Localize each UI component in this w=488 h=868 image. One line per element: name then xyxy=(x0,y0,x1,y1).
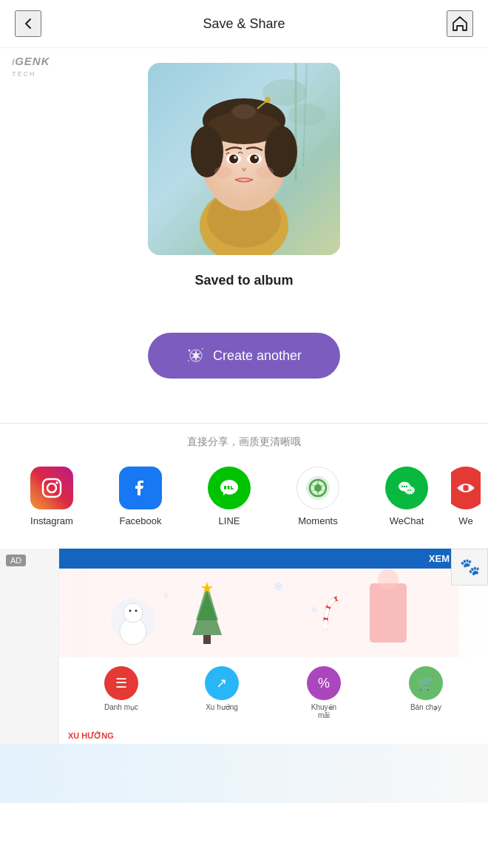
svg-point-4 xyxy=(288,104,325,126)
create-icon xyxy=(186,346,206,365)
ad-badge: AD xyxy=(6,555,26,566)
social-item-line[interactable]: LINE xyxy=(185,467,274,526)
social-item-more[interactable]: We xyxy=(451,467,481,526)
svg-text:❄: ❄ xyxy=(274,580,283,593)
ad-trending-label: Xu hướng xyxy=(206,703,238,711)
main-content: Saved to album Create another 直接分享，画质更清晰… xyxy=(0,48,488,803)
social-item-wechat[interactable]: WeChat xyxy=(362,467,451,526)
instagram-label: Instagram xyxy=(30,515,73,526)
ad-promo-icon: % xyxy=(307,666,341,700)
svg-point-27 xyxy=(188,360,189,362)
svg-point-21 xyxy=(232,104,256,119)
svg-point-23 xyxy=(265,97,271,103)
ad-left-strip xyxy=(0,549,59,744)
line-icon xyxy=(208,467,251,509)
svg-rect-55 xyxy=(203,635,211,644)
ad-section: AD XEM NGAY xyxy=(0,549,488,744)
christmas-scene-svg: ❄ ❄ ❄ xyxy=(59,569,488,657)
svg-point-26 xyxy=(202,348,203,350)
share-subtitle: 直接分享，画质更清晰哦 xyxy=(187,435,301,449)
facebook-label: Facebook xyxy=(119,515,161,526)
ad-trending-section-label: XU HƯỚNG xyxy=(59,728,488,744)
svg-point-36 xyxy=(314,484,322,492)
moments-svg xyxy=(305,475,331,501)
ad-bestseller-icon: 🛒 xyxy=(409,666,443,700)
social-item-moments[interactable]: Moments xyxy=(274,467,362,526)
svg-point-17 xyxy=(254,156,257,159)
create-another-label: Create another xyxy=(213,348,302,364)
svg-point-25 xyxy=(188,350,190,352)
ad-menu-label: Danh mục xyxy=(104,703,138,711)
magic-wand-icon xyxy=(186,346,206,365)
svg-point-41 xyxy=(406,486,407,487)
svg-point-29 xyxy=(47,484,56,492)
bottom-section xyxy=(0,744,488,803)
ad-bestseller-label: Bán chạy xyxy=(410,703,441,711)
wechat-icon xyxy=(385,467,428,509)
svg-point-43 xyxy=(410,489,411,491)
instagram-icon xyxy=(30,467,73,509)
svg-point-18 xyxy=(214,166,232,178)
ad-banner-inner: XEM NGAY xyxy=(0,549,488,744)
svg-point-45 xyxy=(460,486,464,490)
portrait-image xyxy=(148,63,340,255)
svg-point-19 xyxy=(256,166,274,178)
line-label: LINE xyxy=(219,515,240,526)
facebook-svg xyxy=(127,475,154,501)
back-icon xyxy=(21,16,35,31)
page-title: Save & Share xyxy=(41,16,447,32)
create-another-button[interactable]: Create another xyxy=(148,333,340,379)
saved-to-album-text: Saved to album xyxy=(194,273,293,288)
svg-point-42 xyxy=(407,489,409,491)
social-item-facebook[interactable]: Facebook xyxy=(96,467,185,526)
social-icons-row: Instagram Facebook xyxy=(0,467,488,526)
section-divider xyxy=(0,423,488,424)
ad-main-content[interactable]: XEM NGAY xyxy=(59,549,488,744)
moments-icon xyxy=(296,467,339,509)
ad-icons-row: ☰ Danh mục ↗ Xu hướng % Khuyến mãi 🛒 Bán… xyxy=(59,657,488,728)
svg-point-30 xyxy=(55,481,58,484)
ad-icon-bestseller[interactable]: 🛒 Bán chạy xyxy=(409,666,443,719)
svg-rect-28 xyxy=(43,479,61,497)
header: Save & Share xyxy=(0,0,488,48)
more-label: We xyxy=(458,515,472,526)
ad-promo-label: Khuyến mãi xyxy=(305,703,342,719)
share-section: 直接分享，画质更清晰哦 Instagram xyxy=(0,435,488,526)
svg-point-50 xyxy=(123,603,143,623)
ad-top-bar: XEM NGAY xyxy=(59,549,488,569)
svg-point-16 xyxy=(234,156,237,159)
bottom-banner xyxy=(0,744,488,803)
facebook-icon xyxy=(119,467,162,509)
line-svg xyxy=(216,475,243,501)
ad-icon-menu[interactable]: ☰ Danh mục xyxy=(104,666,138,719)
ad-menu-icon: ☰ xyxy=(104,666,138,700)
instagram-svg xyxy=(38,475,65,501)
ad-trending-icon: ↗ xyxy=(205,666,239,700)
svg-point-39 xyxy=(401,486,403,487)
svg-rect-57 xyxy=(370,583,407,642)
svg-point-14 xyxy=(229,155,238,163)
ad-icon-trending[interactable]: ↗ Xu hướng xyxy=(205,666,239,719)
portrait-container xyxy=(148,63,340,255)
portrait-svg xyxy=(148,63,340,255)
wechat-svg xyxy=(393,475,420,501)
more-icon xyxy=(451,467,481,509)
home-button[interactable] xyxy=(447,10,473,37)
svg-point-51 xyxy=(129,610,132,612)
pet-badge[interactable]: 🐾 xyxy=(451,549,488,586)
ad-christmas-scene: ❄ ❄ ❄ xyxy=(59,569,488,657)
home-icon xyxy=(450,14,470,33)
more-svg xyxy=(453,475,479,501)
svg-point-46 xyxy=(469,486,472,490)
ad-icon-promo[interactable]: % Khuyến mãi xyxy=(305,666,342,719)
svg-point-15 xyxy=(250,155,259,163)
svg-text:❄: ❄ xyxy=(311,605,318,615)
svg-point-58 xyxy=(378,569,399,590)
back-button[interactable] xyxy=(15,10,41,37)
wechat-label: WeChat xyxy=(390,515,424,526)
social-item-instagram[interactable]: Instagram xyxy=(7,467,96,526)
moments-label: Moments xyxy=(298,515,337,526)
svg-point-44 xyxy=(463,485,469,491)
svg-point-52 xyxy=(135,610,138,612)
svg-point-40 xyxy=(404,486,405,487)
